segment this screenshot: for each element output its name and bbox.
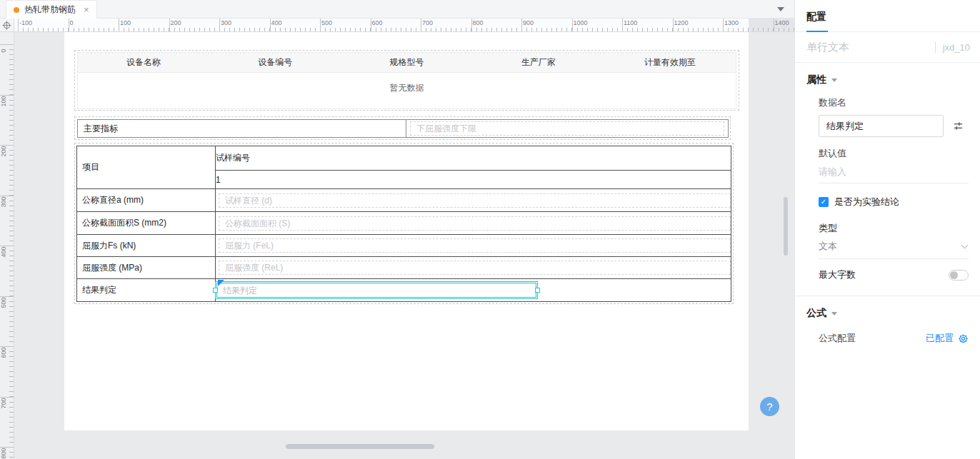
chevron-down-icon [961,242,969,249]
default-value-label: 默认值 [819,147,969,160]
result-judgement-input[interactable] [216,283,536,298]
tab-label: 热轧带肋钢筋 [24,4,76,16]
indicator-row-component[interactable]: 主要指标 [74,116,731,140]
ruler-corner[interactable] [0,19,14,32]
tab-overflow-chevron-down-icon[interactable] [777,7,784,15]
section-divider [795,296,980,296]
section-area-input[interactable] [219,216,731,231]
formula-section-header[interactable]: 公式 [806,307,969,320]
row-input-cell [216,257,731,279]
help-button[interactable]: ? [760,397,779,416]
design-canvas: -100010020030040050060070080090010001100… [0,19,794,459]
horizontal-scrollbar-thumb[interactable] [286,444,434,449]
type-select-value: 文本 [819,240,962,253]
ruler-tick-label: 500 [321,19,332,26]
tab-active-form[interactable]: 热轧带肋钢筋 × [6,0,97,19]
panel-body: 属性 数据名 默认值 [795,74,980,345]
widget-id: jxd_10 [943,42,970,53]
indicator-label: 主要指标 [78,120,406,137]
max-chars-toggle[interactable] [949,270,969,281]
default-value-input[interactable] [819,161,969,183]
formula-config-row: 公式配置 已配置 [819,332,969,345]
ruler-tick-label: 100 [120,19,131,26]
vertical-scrollbar-thumb[interactable] [784,197,788,256]
ruler-tick-label: 100 [0,91,7,111]
checkbox-checked-icon[interactable]: ✓ [819,197,829,207]
form-table-component[interactable]: 项目 试样编号 1 公称直径a (mm) 公称截面面积S (mm2) [74,143,734,304]
indicator-table: 主要指标 [77,119,729,138]
row-input-cell [216,189,731,212]
ruler-tick-label: 500 [0,293,7,313]
attributes-group: 数据名 默认值 ✓ 是否为实验 [819,96,969,281]
data-name-input[interactable] [819,115,944,137]
conclusion-checkbox-label: 是否为实验结论 [834,196,899,208]
tab-config[interactable]: 配置 [806,11,826,24]
form-designer-app: 热轧带肋钢筋 × -100010020030040050060070080090… [0,0,980,459]
empty-data-text: 暂无数据 [78,73,736,94]
ruler-tick-label: 0 [70,19,74,26]
ruler-tick-label: 1000 [574,19,588,26]
equipment-table-header-row: 设备名称 设备编号 规格型号 生产厂家 计量有效期至 [78,53,736,73]
data-name-row [819,115,969,137]
formula-configured-link[interactable]: 已配置 [926,332,954,345]
ruler-tick-label: 800 [0,443,7,459]
formula-section-title: 公式 [806,307,826,320]
item-label-cell: 项目 [77,146,216,189]
form-page[interactable]: 设备名称 设备编号 规格型号 生产厂家 计量有效期至 暂无数据 主要指标 [64,32,749,430]
lower-yield-limit-input[interactable] [410,121,724,136]
attributes-section-title: 属性 [806,74,826,86]
ruler-tick-label: 700 [0,393,7,413]
ruler-tick-label: 300 [0,192,7,212]
result-row-label: 结果判定 [77,279,216,302]
row-label: 屈服力Fs (kN) [77,235,216,257]
equipment-col-header: 规格型号 [341,53,472,72]
ruler-tick-label: 700 [422,19,433,26]
row-label: 公称直径a (mm) [77,189,216,212]
ruler-tick-label: 800 [473,19,484,26]
ruler-tick-label: 1200 [674,19,689,26]
gear-icon[interactable] [958,333,969,344]
type-select[interactable]: 文本 [819,235,969,259]
unsaved-dot-icon [14,7,19,13]
ruler-tick-label: 600 [0,343,7,363]
ruler-tick-label: 1400 [775,19,789,26]
adjust-sliders-icon[interactable] [953,121,964,131]
attributes-section-header[interactable]: 属性 [806,74,969,86]
data-name-label: 数据名 [819,96,969,109]
ruler-tick-label: -100 [19,19,32,26]
equipment-table-component[interactable]: 设备名称 设备编号 规格型号 生产厂家 计量有效期至 暂无数据 [74,50,739,111]
ruler-tick-label: 300 [221,19,231,26]
selected-widget-outline[interactable] [215,281,538,299]
indicator-input-cell [406,120,728,137]
toggle-knob [950,271,958,279]
ruler-tick-label: 200 [171,19,181,26]
diameter-input[interactable] [219,193,731,208]
ruler-tick-label: 400 [0,242,7,262]
widget-type-name: 单行文本 [806,41,935,54]
selection-flag-icon [218,280,224,286]
equipment-col-header: 设备名称 [78,53,209,72]
selection-handle-left[interactable] [213,288,218,293]
max-chars-row: 最大字数 [819,268,969,281]
yield-force-input[interactable] [219,238,731,253]
sample-number-header-cell: 试样编号 [216,146,731,171]
row-input-cell [216,212,731,235]
ruler-tick-label: 600 [372,19,383,26]
horizontal-ruler: -100010020030040050060070080090010001100… [14,19,794,32]
crosshair-icon [2,21,11,30]
selection-handle-right[interactable] [535,288,540,293]
ruler-tick-label: 400 [271,19,282,26]
max-chars-label: 最大字数 [819,268,856,281]
widget-info-row: 单行文本 jxd_10 [795,32,980,63]
divider [935,41,936,53]
ruler-tick-label: 1300 [724,19,739,26]
sample-number-value-cell[interactable]: 1 [216,171,731,189]
conclusion-checkbox-row[interactable]: ✓ 是否为实验结论 [819,196,969,208]
ruler-tick-label: 1100 [624,19,637,26]
equipment-table: 设备名称 设备编号 规格型号 生产厂家 计量有效期至 暂无数据 [77,52,736,109]
active-tab-underline [806,31,828,32]
equipment-col-header: 生产厂家 [473,53,604,72]
close-icon[interactable]: × [84,4,89,15]
panel-tab-row: 配置 [795,0,980,32]
yield-strength-input[interactable] [219,261,731,275]
